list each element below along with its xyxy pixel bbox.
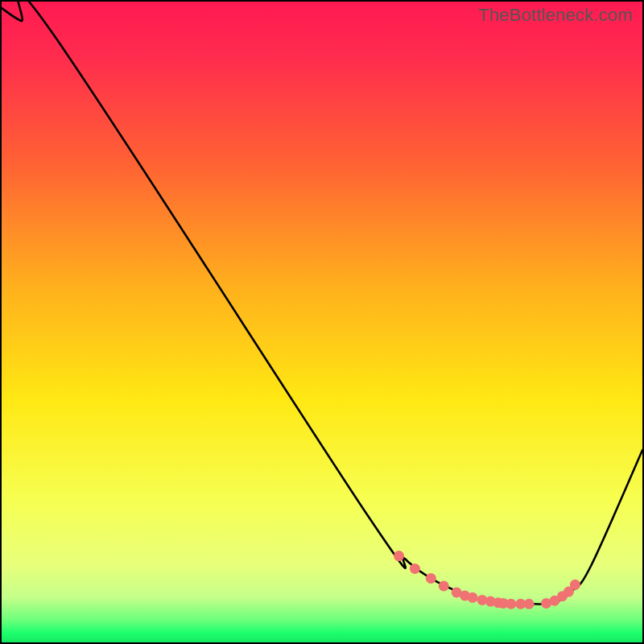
watermark-text: TheBottleneck.com — [478, 5, 633, 26]
svg-rect-0 — [2, 2, 642, 642]
chart-frame: TheBottleneck.com — [0, 0, 644, 644]
background-gradient — [2, 2, 642, 642]
